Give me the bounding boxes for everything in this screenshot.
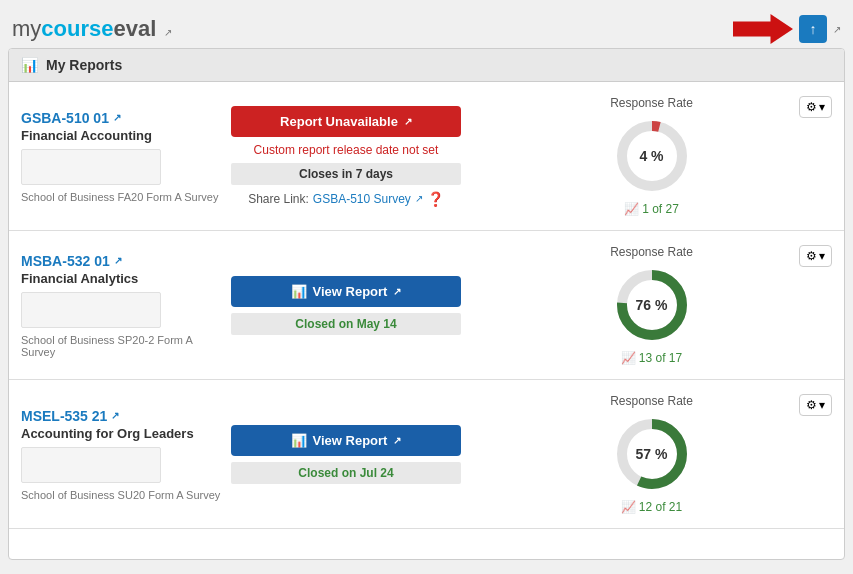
- logo-course: course: [41, 16, 113, 41]
- course-thumbnail-0: [21, 149, 161, 185]
- closes-bar-0: Closes in 7 days: [231, 163, 461, 185]
- course-middle-0: Report Unavailable ↗ Custom report relea…: [231, 106, 461, 207]
- chart-icon-1: 📊: [291, 284, 307, 299]
- top-right-area: ↑ ↗: [733, 14, 841, 44]
- course-middle-1: 📊 View Report ↗ Closed on May 14: [231, 276, 461, 335]
- course-row-1: MSBA-532 01 ↗ Financial Analytics School…: [9, 231, 844, 380]
- view-report-button-1[interactable]: 📊 View Report ↗: [231, 276, 461, 307]
- gear-icon-1: ⚙: [806, 249, 817, 263]
- dropdown-arrow-1: ▾: [819, 249, 825, 263]
- donut-center-text-2: 57 %: [636, 446, 668, 462]
- reports-icon: 📊: [21, 57, 38, 73]
- report-unavailable-button-0[interactable]: Report Unavailable ↗: [231, 106, 461, 137]
- response-rate-label-1: Response Rate: [610, 245, 693, 259]
- course-link-icon-2: ↗: [111, 410, 119, 421]
- closed-bar-1: Closed on May 14: [231, 313, 461, 335]
- course-survey-1: School of Business SP20-2 Form A Survey: [21, 334, 221, 358]
- custom-report-text-0: Custom report release date not set: [254, 143, 439, 157]
- course-name-2: Accounting for Org Leaders: [21, 426, 221, 441]
- gear-button-0[interactable]: ⚙ ▾: [799, 96, 832, 118]
- logo: mycourseeval ↗: [12, 16, 172, 42]
- top-external-icon[interactable]: ↗: [833, 24, 841, 35]
- view-report-button-2[interactable]: 📊 View Report ↗: [231, 425, 461, 456]
- btn-external-icon-1: ↗: [393, 286, 401, 297]
- svg-marker-0: [733, 14, 793, 44]
- course-left-1: MSBA-532 01 ↗ Financial Analytics School…: [21, 253, 221, 358]
- course-middle-2: 📊 View Report ↗ Closed on Jul 24: [231, 425, 461, 484]
- response-count-0: 📈 1 of 27: [624, 202, 679, 216]
- donut-center-text-1: 76 %: [636, 297, 668, 313]
- donut-center-text-0: 4 %: [639, 148, 663, 164]
- gear-button-2[interactable]: ⚙ ▾: [799, 394, 832, 416]
- top-bar: mycourseeval ↗ ↑ ↗: [8, 8, 845, 48]
- gear-icon-2: ⚙: [806, 398, 817, 412]
- course-code-1[interactable]: MSBA-532 01 ↗: [21, 253, 221, 269]
- btn-external-icon-2: ↗: [393, 435, 401, 446]
- response-rate-label-2: Response Rate: [610, 394, 693, 408]
- donut-chart-1: 76 %: [612, 265, 692, 345]
- trend-icon-0: 📈: [624, 202, 639, 216]
- response-count-2: 📈 12 of 21: [621, 500, 682, 514]
- course-thumbnail-1: [21, 292, 161, 328]
- course-name-0: Financial Accounting: [21, 128, 221, 143]
- donut-chart-0: 4 %: [612, 116, 692, 196]
- course-code-2[interactable]: MSEL-535 21 ↗: [21, 408, 221, 424]
- chart-icon-2: 📊: [291, 433, 307, 448]
- share-link-icon-0: ↗: [415, 193, 423, 204]
- course-right-1: ⚙ ▾ Response Rate 76 % 📈 13 of 17: [471, 245, 832, 365]
- course-survey-2: School of Business SU20 Form A Survey: [21, 489, 221, 501]
- logo-eval: eval: [113, 16, 156, 41]
- logo-external-icon[interactable]: ↗: [164, 27, 172, 38]
- course-row-2: MSEL-535 21 ↗ Accounting for Org Leaders…: [9, 380, 844, 529]
- response-count-1: 📈 13 of 17: [621, 351, 682, 365]
- logo-my: my: [12, 16, 41, 41]
- card-header-title: My Reports: [46, 57, 122, 73]
- help-icon-0[interactable]: ❓: [427, 191, 444, 207]
- dropdown-arrow-0: ▾: [819, 100, 825, 114]
- course-code-0[interactable]: GSBA-510 01 ↗: [21, 110, 221, 126]
- donut-chart-2: 57 %: [612, 414, 692, 494]
- closed-bar-2: Closed on Jul 24: [231, 462, 461, 484]
- course-left-0: GSBA-510 01 ↗ Financial Accounting Schoo…: [21, 110, 221, 203]
- btn-external-icon-0: ↗: [404, 116, 412, 127]
- page-wrapper: mycourseeval ↗ ↑ ↗ 📊 My Reports GSBA-: [0, 0, 853, 568]
- course-survey-0: School of Business FA20 Form A Survey: [21, 191, 221, 203]
- course-thumbnail-2: [21, 447, 161, 483]
- main-card: 📊 My Reports GSBA-510 01 ↗ Financial Acc…: [8, 48, 845, 560]
- course-link-icon-1: ↗: [114, 255, 122, 266]
- course-right-0: ⚙ ▾ Response Rate 4 % 📈 1 of 27: [471, 96, 832, 216]
- course-row: GSBA-510 01 ↗ Financial Accounting Schoo…: [9, 82, 844, 231]
- course-left-2: MSEL-535 21 ↗ Accounting for Org Leaders…: [21, 408, 221, 501]
- dropdown-arrow-2: ▾: [819, 398, 825, 412]
- card-header: 📊 My Reports: [9, 49, 844, 82]
- share-link-0: Share Link: GSBA-510 Survey ↗ ❓: [248, 191, 444, 207]
- course-link-icon-0: ↗: [113, 112, 121, 123]
- share-link-anchor-0[interactable]: GSBA-510 Survey: [313, 192, 411, 206]
- response-rate-label-0: Response Rate: [610, 96, 693, 110]
- blue-icon-symbol: ↑: [810, 21, 817, 37]
- red-arrow-icon: [733, 14, 793, 44]
- trend-icon-1: 📈: [621, 351, 636, 365]
- blue-icon-button[interactable]: ↑: [799, 15, 827, 43]
- gear-icon-0: ⚙: [806, 100, 817, 114]
- course-name-1: Financial Analytics: [21, 271, 221, 286]
- trend-icon-2: 📈: [621, 500, 636, 514]
- bottom-spacer: [9, 529, 844, 559]
- course-right-2: ⚙ ▾ Response Rate 57 % 📈 12 of 21: [471, 394, 832, 514]
- gear-button-1[interactable]: ⚙ ▾: [799, 245, 832, 267]
